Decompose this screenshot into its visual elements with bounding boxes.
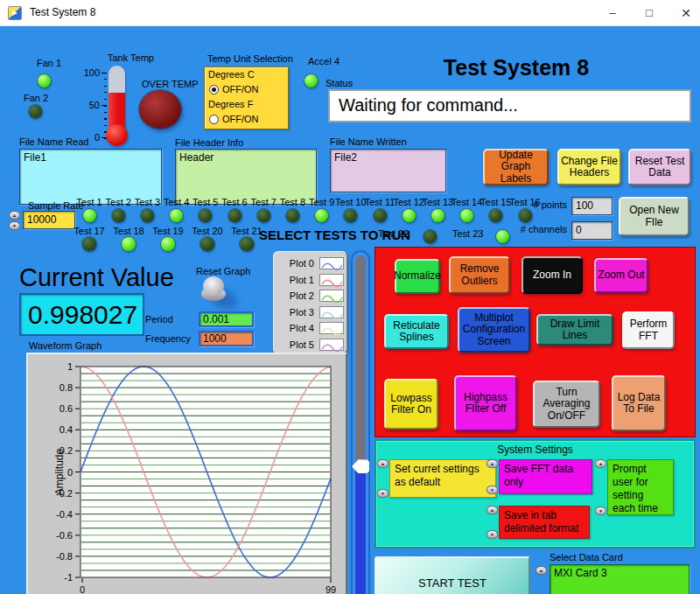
sample-rate-field[interactable]: 10000 (23, 211, 75, 229)
titlebar: Test System 8 – □ ✕ (0, 0, 700, 26)
start-test-button[interactable]: START TEST (374, 556, 530, 594)
remove-outliers-button[interactable]: Remove Outliers (449, 256, 510, 294)
spinner-down-icon[interactable]: ▼ (377, 489, 388, 498)
period-field[interactable]: 0.001 (199, 311, 254, 327)
spinner-down-icon[interactable]: ▼ (486, 486, 498, 494)
reset-graph-label: Reset Graph (196, 266, 250, 276)
setting-option-save-in-tab-delimited-format[interactable]: Save in tab delimited format (499, 506, 590, 539)
test-led-test-1[interactable] (83, 209, 96, 222)
zoom-in-button[interactable]: Zoom In (522, 256, 583, 294)
legend-swatch-plot-0[interactable] (319, 257, 344, 269)
test-led-test-8[interactable] (286, 209, 299, 222)
data-card-spinner[interactable]: ▲▼ (536, 566, 547, 594)
test-led-label-test-8: Test 8 (280, 197, 305, 207)
update-graph-labels-button[interactable]: Update Graph Labels (483, 149, 549, 185)
svg-text:0: 0 (67, 467, 73, 478)
test-led-test-4[interactable] (170, 209, 183, 222)
spinner-up-icon[interactable]: ▲ (595, 459, 606, 468)
legend-swatch-plot-4[interactable] (319, 322, 344, 334)
spinner-down-icon[interactable]: ▼ (595, 507, 606, 515)
slider-pointer[interactable] (352, 459, 369, 473)
lowpass-filter-on-button[interactable]: Lowpass Filter On (384, 379, 438, 430)
setting-option-prompt-user-for-setting-each-time[interactable]: Prompt user for setting each time (607, 459, 674, 515)
legend-swatch-plot-5[interactable] (319, 339, 344, 351)
slider-track[interactable] (355, 255, 366, 594)
perform-fft-button[interactable]: Perform FFT (622, 311, 675, 349)
legend-swatch-plot-2[interactable] (319, 290, 344, 302)
test-led-test-6[interactable] (228, 209, 242, 222)
test-led-test-3[interactable] (141, 209, 154, 222)
normalize-button[interactable]: Normalize (395, 259, 440, 294)
legend-label-plot-3[interactable]: Plot 3 (277, 307, 314, 318)
test-led-label-test-6: Test 6 (221, 197, 247, 207)
setting-option-set-curret-settings-as-default[interactable]: Set curret settings as default (389, 459, 496, 498)
test-led-test-2[interactable] (112, 209, 125, 222)
radio-icon[interactable] (209, 85, 219, 94)
file-name-written-field[interactable]: File2 (330, 149, 446, 192)
change-file-headers-button[interactable]: Change File Headers (557, 149, 621, 185)
legend-label-plot-0[interactable]: Plot 0 (277, 258, 314, 269)
test-led-test-5[interactable] (199, 209, 212, 222)
test-led-test-22[interactable] (424, 230, 437, 243)
test-led-label-test-12: Test 12 (393, 197, 424, 207)
test-led-test-19[interactable] (161, 237, 175, 251)
setting-spinner-save-fft-data-only[interactable]: ▲▼ (486, 459, 498, 494)
accel4-led-indicator (304, 74, 318, 87)
setting-spinner-set-curret-settings-as-default[interactable]: ▲▼ (377, 459, 388, 498)
spinner-down-icon[interactable]: ▼ (486, 530, 498, 539)
turn-averaging-on-off-button[interactable]: Turn Averaging On/OFF (533, 381, 600, 428)
vertical-slider[interactable] (351, 250, 370, 594)
test-led-test-9[interactable] (315, 209, 328, 222)
test-led-test-15[interactable] (489, 209, 502, 222)
svg-text:0.4: 0.4 (60, 424, 73, 435)
svg-text:-1: -1 (64, 572, 73, 583)
close-button[interactable]: ✕ (668, 0, 700, 26)
setting-spinner-save-in-tab-delimited-format[interactable]: ▲▼ (486, 506, 498, 539)
frequency-field[interactable]: 1000 (199, 331, 254, 346)
test-led-test-14[interactable] (460, 209, 473, 222)
sample-rate-spinner[interactable]: ▲▼ (9, 211, 20, 230)
test-led-test-10[interactable] (344, 209, 357, 222)
test-led-test-16[interactable] (519, 209, 532, 222)
setting-spinner-prompt-user-for-setting-each-time[interactable]: ▲▼ (595, 459, 606, 515)
test-led-test-18[interactable] (122, 237, 136, 251)
radio-icon[interactable] (209, 115, 219, 124)
radio-degrees-f[interactable] (209, 112, 219, 128)
maximize-button[interactable]: □ (632, 0, 667, 26)
reset-test-data-button[interactable]: Reset Test Data (628, 149, 691, 185)
page-title: Test System 8 (398, 55, 634, 80)
legend-label-plot-5[interactable]: Plot 5 (277, 339, 314, 350)
spinner-up-icon[interactable]: ▲ (377, 459, 388, 468)
data-card-ring[interactable]: MXI Card 3 (550, 564, 690, 594)
legend-label-plot-1[interactable]: Plot 1 (277, 275, 314, 285)
plot-wave-icon (320, 292, 343, 303)
test-led-test-21[interactable] (240, 237, 254, 251)
setting-option-save-fft-data-only[interactable]: Save FFT data only (499, 459, 592, 494)
sample-rate-spinner-arrow-down-icon[interactable]: ▼ (9, 221, 20, 230)
legend-label-plot-2[interactable]: Plot 2 (277, 290, 314, 301)
test-led-test-17[interactable] (82, 237, 96, 251)
zoom-out-button[interactable]: Zoom Out (594, 258, 648, 293)
svg-text:0: 0 (80, 584, 85, 594)
test-led-test-7[interactable] (257, 209, 270, 222)
multiplot-configuration-screen-button[interactable]: Multiplot Configuration Screen (458, 307, 530, 353)
log-data-to-file-button[interactable]: Log Data To File (612, 375, 666, 431)
reticulate-splines-button[interactable]: Reticulate Splines (384, 314, 449, 349)
legend-swatch-plot-1[interactable] (319, 274, 344, 286)
radio-degrees-c[interactable] (209, 82, 219, 98)
data-card-spinner-arrow-up-icon[interactable]: ▲ (536, 566, 547, 575)
legend-swatch-plot-3[interactable] (319, 306, 344, 318)
spinner-up-icon[interactable]: ▲ (486, 506, 498, 514)
spinner-up-icon[interactable]: ▲ (486, 459, 498, 468)
minimize-button[interactable]: – (595, 0, 630, 26)
draw-limit-lines-button[interactable]: Draw Limit Lines (536, 314, 613, 346)
open-new-file-button[interactable]: Open New FIle (619, 197, 690, 236)
test-led-test-13[interactable] (431, 209, 444, 222)
test-led-test-20[interactable] (200, 237, 214, 251)
test-led-test-12[interactable] (402, 209, 416, 222)
test-led-test-23[interactable] (496, 230, 509, 243)
sample-rate-spinner-arrow-up-icon[interactable]: ▲ (9, 211, 20, 220)
test-led-test-11[interactable] (374, 209, 387, 222)
legend-label-plot-4[interactable]: Plot 4 (277, 323, 314, 333)
highpass-filter-off-button[interactable]: Highpass FIlter Off (454, 375, 517, 431)
